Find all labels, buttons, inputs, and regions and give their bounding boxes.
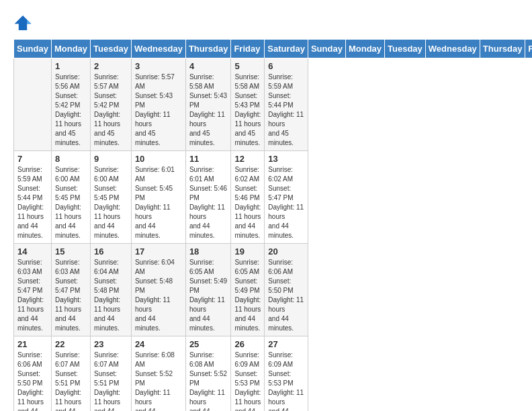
calendar-cell: 12Sunrise: 6:02 AM Sunset: 5:46 PM Dayli… (231, 151, 265, 244)
header-thursday: Thursday (480, 40, 525, 58)
day-number: 4 (189, 61, 228, 71)
cell-info: Sunrise: 6:05 AM Sunset: 5:49 PM Dayligh… (189, 258, 228, 333)
header-thursday: Thursday (185, 40, 231, 58)
calendar-cell: 15Sunrise: 6:03 AM Sunset: 5:47 PM Dayli… (51, 244, 90, 336)
cell-info: Sunrise: 6:00 AM Sunset: 5:45 PM Dayligh… (55, 165, 87, 240)
calendar-cell: 8Sunrise: 6:00 AM Sunset: 5:45 PM Daylig… (51, 151, 90, 244)
calendar-cell: 24Sunrise: 6:08 AM Sunset: 5:52 PM Dayli… (131, 336, 185, 412)
cell-info: Sunrise: 6:04 AM Sunset: 5:48 PM Dayligh… (94, 258, 128, 333)
cell-info: Sunrise: 6:06 AM Sunset: 5:50 PM Dayligh… (17, 351, 48, 411)
header-sunday: Sunday (308, 40, 345, 58)
calendar-cell: 18Sunrise: 6:05 AM Sunset: 5:49 PM Dayli… (185, 244, 231, 336)
cell-info: Sunrise: 6:07 AM Sunset: 5:51 PM Dayligh… (55, 351, 87, 411)
calendar-cell: 3Sunrise: 5:57 AM Sunset: 5:43 PM Daylig… (131, 58, 185, 151)
day-number: 22 (55, 339, 87, 349)
week-row-1: 1Sunrise: 5:56 AM Sunset: 5:42 PM Daylig… (14, 58, 533, 151)
day-number: 16 (94, 246, 128, 257)
cell-info: Sunrise: 6:01 AM Sunset: 5:45 PM Dayligh… (135, 165, 182, 240)
cell-info: Sunrise: 5:57 AM Sunset: 5:43 PM Dayligh… (135, 73, 182, 148)
header-friday: Friday (525, 40, 532, 58)
day-number: 25 (189, 339, 228, 349)
day-number: 5 (234, 61, 261, 71)
header-monday: Monday (345, 40, 384, 58)
header-tuesday: Tuesday (385, 40, 426, 58)
cell-info: Sunrise: 6:04 AM Sunset: 5:48 PM Dayligh… (135, 258, 182, 333)
calendar-cell: 27Sunrise: 6:09 AM Sunset: 5:53 PM Dayli… (265, 336, 308, 412)
calendar-cell: 1Sunrise: 5:56 AM Sunset: 5:42 PM Daylig… (51, 58, 90, 151)
cell-info: Sunrise: 6:08 AM Sunset: 5:52 PM Dayligh… (189, 351, 228, 411)
header-tuesday: Tuesday (91, 40, 132, 58)
calendar-header-row: SundayMondayTuesdayWednesdayThursdayFrid… (14, 40, 533, 58)
cell-info: Sunrise: 5:58 AM Sunset: 5:43 PM Dayligh… (234, 73, 261, 148)
cell-info: Sunrise: 5:59 AM Sunset: 5:44 PM Dayligh… (268, 73, 304, 148)
cell-info: Sunrise: 6:02 AM Sunset: 5:46 PM Dayligh… (234, 165, 261, 240)
calendar-cell: 4Sunrise: 5:58 AM Sunset: 5:43 PM Daylig… (185, 58, 231, 151)
day-number: 26 (234, 339, 261, 349)
calendar-cell (14, 58, 52, 151)
calendar-cell: 23Sunrise: 6:07 AM Sunset: 5:51 PM Dayli… (91, 336, 132, 412)
day-number: 19 (234, 246, 261, 257)
day-number: 20 (268, 246, 304, 257)
calendar-cell: 16Sunrise: 6:04 AM Sunset: 5:48 PM Dayli… (91, 244, 132, 336)
day-number: 3 (135, 61, 182, 71)
header-monday: Monday (51, 40, 90, 58)
cell-info: Sunrise: 6:00 AM Sunset: 5:45 PM Dayligh… (94, 165, 128, 240)
header-saturday: Saturday (265, 40, 308, 58)
cell-info: Sunrise: 5:56 AM Sunset: 5:42 PM Dayligh… (55, 73, 87, 148)
calendar-cell: 19Sunrise: 6:05 AM Sunset: 5:49 PM Dayli… (231, 244, 265, 336)
cell-info: Sunrise: 6:06 AM Sunset: 5:50 PM Dayligh… (268, 258, 304, 333)
day-number: 27 (268, 339, 304, 349)
day-number: 17 (135, 246, 182, 257)
day-number: 11 (189, 154, 228, 164)
day-number: 10 (135, 154, 182, 164)
day-number: 24 (135, 339, 182, 349)
cell-info: Sunrise: 5:59 AM Sunset: 5:44 PM Dayligh… (17, 165, 48, 240)
day-number: 8 (55, 154, 87, 164)
calendar-cell: 7Sunrise: 5:59 AM Sunset: 5:44 PM Daylig… (14, 151, 52, 244)
calendar-cell: 26Sunrise: 6:09 AM Sunset: 5:53 PM Dayli… (231, 336, 265, 412)
page-header (13, 13, 519, 32)
calendar-cell: 9Sunrise: 6:00 AM Sunset: 5:45 PM Daylig… (91, 151, 132, 244)
calendar-cell: 13Sunrise: 6:02 AM Sunset: 5:47 PM Dayli… (265, 151, 308, 244)
calendar-cell: 20Sunrise: 6:06 AM Sunset: 5:50 PM Dayli… (265, 244, 308, 336)
day-number: 14 (17, 246, 48, 257)
cell-info: Sunrise: 6:09 AM Sunset: 5:53 PM Dayligh… (234, 351, 261, 411)
calendar-cell: 10Sunrise: 6:01 AM Sunset: 5:45 PM Dayli… (131, 151, 185, 244)
logo (13, 13, 35, 32)
day-number: 15 (55, 246, 87, 257)
day-number: 6 (268, 61, 304, 71)
calendar-cell: 17Sunrise: 6:04 AM Sunset: 5:48 PM Dayli… (131, 244, 185, 336)
calendar-cell: 11Sunrise: 6:01 AM Sunset: 5:46 PM Dayli… (185, 151, 231, 244)
cell-info: Sunrise: 6:03 AM Sunset: 5:47 PM Dayligh… (17, 258, 48, 333)
cell-info: Sunrise: 5:58 AM Sunset: 5:43 PM Dayligh… (189, 73, 228, 148)
day-number: 12 (234, 154, 261, 164)
cell-info: Sunrise: 6:08 AM Sunset: 5:52 PM Dayligh… (135, 351, 182, 411)
day-number: 2 (94, 61, 128, 71)
week-row-3: 14Sunrise: 6:03 AM Sunset: 5:47 PM Dayli… (14, 244, 533, 336)
day-number: 9 (94, 154, 128, 164)
svg-marker-1 (27, 19, 31, 24)
header-friday: Friday (231, 40, 265, 58)
calendar-cell: 22Sunrise: 6:07 AM Sunset: 5:51 PM Dayli… (51, 336, 90, 412)
day-number: 21 (17, 339, 48, 349)
cell-info: Sunrise: 6:02 AM Sunset: 5:47 PM Dayligh… (268, 165, 304, 240)
logo-icon (13, 13, 32, 32)
day-number: 13 (268, 154, 304, 164)
cell-info: Sunrise: 6:03 AM Sunset: 5:47 PM Dayligh… (55, 258, 87, 333)
cell-info: Sunrise: 6:09 AM Sunset: 5:53 PM Dayligh… (268, 351, 304, 411)
calendar-cell: 25Sunrise: 6:08 AM Sunset: 5:52 PM Dayli… (185, 336, 231, 412)
cell-info: Sunrise: 6:07 AM Sunset: 5:51 PM Dayligh… (94, 351, 128, 411)
calendar-cell: 5Sunrise: 5:58 AM Sunset: 5:43 PM Daylig… (231, 58, 265, 151)
calendar-cell: 6Sunrise: 5:59 AM Sunset: 5:44 PM Daylig… (265, 58, 308, 151)
header-wednesday: Wednesday (425, 40, 480, 58)
calendar-table: SundayMondayTuesdayWednesdayThursdayFrid… (13, 39, 532, 411)
calendar-cell: 14Sunrise: 6:03 AM Sunset: 5:47 PM Dayli… (14, 244, 52, 336)
day-number: 23 (94, 339, 128, 349)
cell-info: Sunrise: 5:57 AM Sunset: 5:42 PM Dayligh… (94, 73, 128, 148)
day-number: 18 (189, 246, 228, 257)
cell-info: Sunrise: 6:05 AM Sunset: 5:49 PM Dayligh… (234, 258, 261, 333)
header-sunday: Sunday (14, 40, 52, 58)
cell-info: Sunrise: 6:01 AM Sunset: 5:46 PM Dayligh… (189, 165, 228, 240)
week-row-2: 7Sunrise: 5:59 AM Sunset: 5:44 PM Daylig… (14, 151, 533, 244)
header-wednesday: Wednesday (131, 40, 185, 58)
